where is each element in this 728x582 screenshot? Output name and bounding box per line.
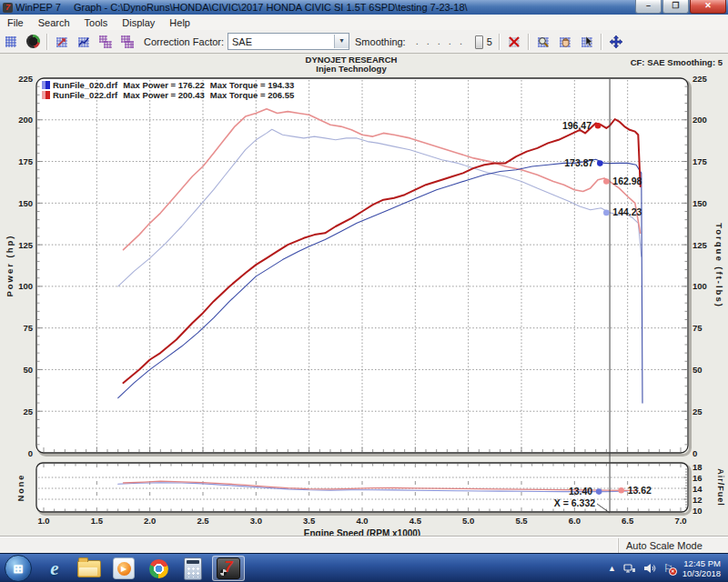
- svg-text:14: 14: [693, 484, 703, 494]
- toolbar-separator: [528, 34, 530, 50]
- menu-tools[interactable]: Tools: [77, 16, 116, 29]
- legend-torque-020: Max Torque = 194.33: [210, 80, 295, 90]
- media-player-icon: ▶: [113, 557, 135, 579]
- svg-text:2.5: 2.5: [197, 516, 209, 526]
- menu-bar: FileSearchToolsDisplayHelp: [0, 15, 728, 31]
- svg-text:6.5: 6.5: [622, 516, 634, 526]
- toolbar-separator: [46, 34, 48, 50]
- compare-graphs-icon: [98, 35, 113, 49]
- slider-ticks: .....: [416, 35, 470, 46]
- menu-display[interactable]: Display: [115, 16, 162, 29]
- cursor-value-label: 173.87: [564, 157, 593, 168]
- svg-text:4.5: 4.5: [410, 516, 422, 526]
- svg-text:0: 0: [28, 448, 33, 458]
- cursor-value-label: 13.40: [569, 486, 592, 497]
- svg-text:125: 125: [693, 240, 708, 250]
- legend-power-020: Max Power = 176.22: [123, 80, 205, 90]
- svg-text:175: 175: [18, 156, 34, 166]
- line-graph-button[interactable]: [74, 33, 94, 51]
- legend-file-022: RunFile_022.drf: [53, 90, 117, 100]
- delete-graph-button[interactable]: [504, 33, 524, 51]
- svg-text:3.5: 3.5: [303, 516, 316, 526]
- volume-icon[interactable]: [643, 563, 656, 574]
- compare-graphs-button[interactable]: [96, 33, 116, 51]
- legend-row-runfile-020[interactable]: RunFile_020.drf Max Power = 176.22 Max T…: [42, 80, 299, 90]
- svg-text:2.0: 2.0: [144, 516, 156, 526]
- svg-text:5.0: 5.0: [462, 516, 474, 526]
- chart-legend[interactable]: RunFile_020.drf Max Power = 176.22 Max T…: [42, 80, 299, 100]
- pan-graph-button[interactable]: [555, 33, 575, 51]
- svg-text:150: 150: [693, 198, 707, 208]
- menu-search[interactable]: Search: [31, 16, 77, 29]
- action-center-flag-icon[interactable]: ⚐✕: [663, 562, 673, 575]
- network-icon[interactable]: [623, 563, 636, 574]
- menu-file[interactable]: File: [0, 16, 31, 29]
- legend-row-runfile-022[interactable]: RunFile_022.drf Max Power = 200.43 Max T…: [42, 90, 299, 100]
- status-bar: Auto Scale Mode: [0, 537, 728, 554]
- power-graph-icon: [55, 35, 69, 49]
- clock-time: 12:45 PM: [682, 558, 721, 568]
- svg-text:1.0: 1.0: [37, 516, 49, 526]
- chrome-button[interactable]: [143, 557, 174, 580]
- crosshair-icon: [609, 35, 623, 49]
- svg-text:1.5: 1.5: [91, 516, 104, 526]
- restore-button[interactable]: ❐: [662, 0, 689, 14]
- gauge-icon: [26, 35, 40, 48]
- internet-explorer-icon: e: [50, 557, 58, 580]
- svg-text:50: 50: [693, 365, 703, 375]
- runs-grid-button[interactable]: [1, 33, 21, 51]
- taskbar: ⊞ e ▶ 7 ▲ ⚐✕ 12:45 PM 10/3/2018: [0, 553, 728, 582]
- cursor-value-label: 162.98: [612, 176, 642, 186]
- cursor-value-label: 196.47: [562, 120, 592, 131]
- scale-mode-status: Auto Scale Mode: [618, 538, 728, 553]
- cursor-dot: [603, 210, 610, 216]
- svg-text:225: 225: [18, 74, 34, 84]
- tray-expand-icon[interactable]: ▲: [608, 564, 616, 573]
- svg-text:175: 175: [693, 156, 708, 166]
- tray-clock[interactable]: 12:45 PM 10/3/2018: [682, 558, 721, 578]
- power-axis-title: Power (hp): [5, 234, 15, 296]
- smoothing-label: Smoothing:: [355, 36, 406, 47]
- afr-left-axis-title: None: [16, 474, 25, 502]
- crosshair-button[interactable]: [606, 33, 626, 51]
- dyno-chart[interactable]: 196.47173.87162.98144.2313.4013.62X = 6.…: [0, 54, 728, 537]
- internet-explorer-button[interactable]: e: [39, 557, 70, 580]
- cursor-dot: [596, 488, 602, 495]
- cursor-x-label: X = 6.332: [554, 497, 595, 508]
- zoom-graph-button[interactable]: [533, 33, 553, 51]
- toolbar-separator: [499, 34, 500, 50]
- correction-factor-select[interactable]: SAE ▾: [228, 33, 349, 50]
- overlay-graphs-button[interactable]: [117, 33, 137, 51]
- menu-help[interactable]: Help: [162, 16, 197, 29]
- system-tray: ▲ ⚐✕ 12:45 PM 10/3/2018: [604, 558, 728, 578]
- svg-text:16: 16: [693, 473, 703, 483]
- smoothing-slider[interactable]: .....: [412, 35, 483, 49]
- svg-text:100: 100: [18, 281, 33, 291]
- chevron-down-icon[interactable]: ▾: [334, 35, 349, 48]
- media-player-button[interactable]: ▶: [108, 557, 139, 580]
- svg-text:75: 75: [23, 323, 33, 333]
- svg-text:150: 150: [18, 198, 33, 208]
- power-graph-button[interactable]: [52, 33, 72, 51]
- calculator-button[interactable]: [177, 557, 208, 580]
- svg-text:3.0: 3.0: [250, 516, 262, 526]
- gauge-button[interactable]: [23, 33, 43, 51]
- pan-graph-icon: [558, 35, 572, 49]
- slider-handle[interactable]: [475, 35, 483, 49]
- svg-text:25: 25: [23, 406, 33, 416]
- windows-explorer-button[interactable]: [74, 557, 105, 580]
- legend-torque-022: Max Torque = 206.55: [210, 90, 295, 100]
- torque-axis-title: Torque (ft-lbs): [714, 223, 724, 308]
- svg-text:4.0: 4.0: [356, 516, 368, 526]
- cursor-dot: [618, 487, 624, 494]
- winpep-app-icon: 7: [3, 3, 13, 13]
- run-020-swatch-icon: [42, 81, 50, 89]
- title-bar[interactable]: 7 WinPEP 7 Graph - C:\DynoRuns\HONDA\CIV…: [0, 0, 728, 15]
- select-graph-button[interactable]: [577, 33, 597, 51]
- minimize-button[interactable]: –: [635, 0, 662, 14]
- svg-text:200: 200: [18, 115, 33, 125]
- start-button[interactable]: ⊞: [5, 555, 32, 582]
- svg-text:5.5: 5.5: [515, 516, 528, 526]
- winpep7-taskbar-button[interactable]: 7: [212, 556, 245, 581]
- close-button[interactable]: ✕: [690, 0, 726, 14]
